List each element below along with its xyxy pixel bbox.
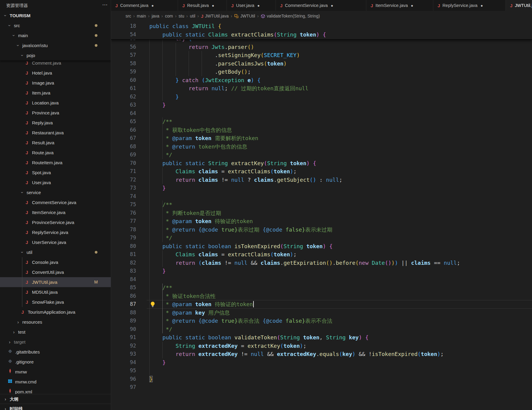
code-line-69: 69 */	[111, 151, 532, 159]
sticky-scroll[interactable]: 18public class JWTUtil { 54 public stati…	[111, 21, 532, 40]
tree-item[interactable]: ›src	[0, 21, 111, 30]
tab-ItemService.java[interactable]: JItemService.java ●	[366, 0, 433, 11]
tree-item[interactable]: JUser.java	[0, 178, 111, 187]
tree-item[interactable]: ›pojo	[0, 50, 111, 60]
text-cursor	[253, 301, 254, 307]
tree-item[interactable]: .gitignore	[0, 357, 111, 367]
chevron-right-icon: ›	[3, 394, 8, 404]
tree-item[interactable]: JLocation.java	[0, 98, 111, 108]
tree-item[interactable]: JSnowFlake.java	[0, 297, 111, 307]
tree-item[interactable]: JItem.java	[0, 88, 111, 98]
chevron-right-icon: ›	[186, 14, 188, 18]
sticky-line-54[interactable]: 54 public static Claims extractClaims(St…	[111, 30, 532, 39]
tree-item[interactable]: JMD5Util.java	[0, 287, 111, 297]
java-file-icon: J	[26, 110, 28, 115]
tree-item[interactable]: JSpot.java	[0, 168, 111, 178]
line-number: 66	[111, 126, 136, 134]
code-line-82: 82 return (claims != null && claims.getE…	[111, 259, 532, 267]
sticky-line-18[interactable]: 18public class JWTUtil {	[111, 22, 532, 30]
breadcrumb-item[interactable]: src	[126, 14, 131, 18]
tree-item[interactable]: ›main	[0, 30, 111, 40]
code-editor[interactable]: 55 try { 56 return Jwts.parser() 57 .set…	[111, 21, 532, 410]
sidebar-panel-1[interactable]: ›时间线	[0, 404, 111, 410]
tree-item[interactable]: JRoute.java	[0, 148, 111, 158]
tree-item[interactable]: ›TOURISM	[0, 11, 111, 21]
breadcrumb-item[interactable]: JWTUtil	[234, 14, 255, 18]
breadcrumb-item[interactable]: main	[137, 14, 146, 18]
tree-item[interactable]: .gitattributes	[0, 347, 111, 357]
tree-item[interactable]: ›java\com\stu	[0, 40, 111, 50]
tree-item[interactable]: JImage.java	[0, 78, 111, 88]
tree-item[interactable]: JHotel.java	[0, 68, 111, 78]
chevron-right-icon: ›	[175, 14, 177, 18]
tree-item[interactable]: JReply.java	[0, 118, 111, 128]
file-tree-sticky-path[interactable]: ›TOURISM›src›main›java\com\stu›pojo	[0, 11, 111, 60]
breadcrumb[interactable]: src›main›java›com›stu›util›JJWTUtil.java…	[111, 11, 532, 21]
unsaved-dot-icon: ●	[212, 3, 214, 8]
code-line-86: 86 * 验证token合法性	[111, 292, 532, 300]
tree-item[interactable]: ›service	[0, 187, 111, 197]
tab-User.java[interactable]: JUser.java ●	[227, 0, 276, 11]
line-number: 58	[111, 59, 136, 68]
tree-item[interactable]: mvnw	[0, 367, 111, 377]
breadcrumb-item[interactable]: JJWTUtil.java	[201, 14, 229, 19]
tab-ReplyService.java[interactable]: JReplyService.java ●	[433, 0, 506, 11]
code-line-96: 96}	[111, 375, 532, 383]
line-number: 93	[111, 350, 136, 358]
tree-item[interactable]: JItemService.java	[0, 207, 111, 217]
chevron-right-icon: ›	[257, 14, 259, 18]
tree-item[interactable]: JCommentService.java	[0, 197, 111, 207]
tree-item[interactable]: JProvinceService.java	[0, 217, 111, 227]
tab-JWTUtil.java[interactable]: JJWTUtil.java ●	[506, 0, 532, 11]
line-number: 63	[111, 101, 136, 109]
tab-Comment.java[interactable]: JComment.java ●	[111, 0, 178, 11]
tree-item[interactable]: ›resources	[0, 317, 111, 327]
code-line-89: 89 * @return {@code true}表示合法 {@code fal…	[111, 317, 532, 325]
tree-item[interactable]: JRouteItem.java	[0, 158, 111, 168]
git-file-icon	[8, 359, 12, 364]
more-actions-icon[interactable]: ⋯	[101, 1, 109, 9]
line-number: 75	[111, 200, 136, 209]
code-line-56: 56 return Jwts.parser()	[111, 43, 532, 51]
tree-item[interactable]: JProvince.java	[0, 108, 111, 118]
tab-bar[interactable]: JComment.java ● JResult.java ● JUser.jav…	[111, 0, 532, 11]
unsaved-dot-icon: ●	[411, 3, 413, 8]
file-tree[interactable]: JComment.javaJHotel.javaJImage.javaJItem…	[0, 0, 111, 410]
chevron-right-icon: ›	[231, 14, 232, 18]
chevron-right-icon: ›	[16, 317, 21, 327]
breadcrumb-item[interactable]: util	[190, 14, 195, 18]
breadcrumb-item[interactable]: stu	[179, 14, 184, 18]
tree-item[interactable]: ›util	[0, 247, 111, 257]
chevron-right-icon: ›	[3, 404, 8, 410]
tree-item[interactable]: ›test	[0, 327, 111, 337]
tree-item[interactable]: ›target	[0, 337, 111, 347]
tree-item[interactable]: JConvertUtil.java	[0, 267, 111, 277]
tab-Result.java[interactable]: JResult.java ●	[178, 0, 227, 11]
tree-item[interactable]: JRestaurant.java	[0, 128, 111, 138]
java-file-icon: J	[26, 240, 28, 245]
maven-file-icon	[8, 369, 12, 373]
code-line-88: 88 * @param key 用户信息	[111, 309, 532, 317]
lightbulb-icon[interactable]	[150, 301, 156, 307]
tree-item[interactable]: JReplyService.java	[0, 227, 111, 237]
breadcrumb-item[interactable]: java	[151, 14, 159, 18]
tree-item[interactable]: JJWTUtil.javaM	[0, 277, 111, 287]
code-line-72: 72 return claims != null ? claims.getSub…	[111, 176, 532, 184]
java-file-icon: J	[280, 3, 282, 8]
tree-item[interactable]: JTourismApplication.java	[0, 307, 111, 317]
breadcrumb-item[interactable]: validateToken(String, String)	[261, 14, 320, 18]
breadcrumb-item[interactable]: com	[165, 14, 173, 18]
java-file-icon: J	[231, 3, 234, 8]
tree-item[interactable]: JConsole.java	[0, 257, 111, 267]
method-symbol-icon	[261, 14, 265, 18]
class-symbol-icon	[234, 14, 239, 18]
java-file-icon: J	[371, 3, 373, 8]
tab-CommentService.java[interactable]: JCommentService.java ●	[276, 0, 366, 11]
sidebar-panel-0[interactable]: ›大纲	[0, 394, 111, 404]
tree-item[interactable]: JResult.java	[0, 138, 111, 148]
tree-item[interactable]: mvnw.cmd	[0, 377, 111, 387]
code-line-78: 78 * @return {@code true}表示过期 {@code fal…	[111, 226, 532, 234]
line-number: 57	[111, 51, 136, 59]
tree-item[interactable]: JUserService.java	[0, 237, 111, 247]
java-file-icon: J	[26, 60, 28, 66]
